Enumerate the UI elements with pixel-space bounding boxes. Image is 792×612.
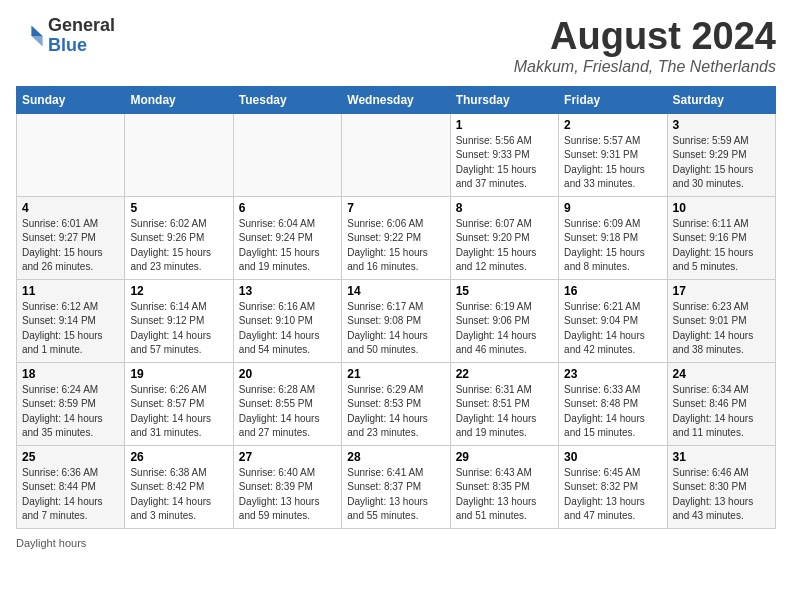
- day-info: Sunrise: 6:21 AMSunset: 9:04 PMDaylight:…: [564, 300, 661, 358]
- calendar-cell: 7Sunrise: 6:06 AMSunset: 9:22 PMDaylight…: [342, 196, 450, 279]
- calendar-cell: 22Sunrise: 6:31 AMSunset: 8:51 PMDayligh…: [450, 362, 558, 445]
- day-info: Sunrise: 5:59 AMSunset: 9:29 PMDaylight:…: [673, 134, 770, 192]
- day-number: 5: [130, 201, 227, 215]
- calendar-table: SundayMondayTuesdayWednesdayThursdayFrid…: [16, 86, 776, 529]
- day-info: Sunrise: 6:07 AMSunset: 9:20 PMDaylight:…: [456, 217, 553, 275]
- calendar-cell: 23Sunrise: 6:33 AMSunset: 8:48 PMDayligh…: [559, 362, 667, 445]
- day-info: Sunrise: 6:38 AMSunset: 8:42 PMDaylight:…: [130, 466, 227, 524]
- calendar-cell: [125, 113, 233, 196]
- header: General Blue August 2024 Makkum, Friesla…: [16, 16, 776, 76]
- day-number: 18: [22, 367, 119, 381]
- calendar-cell: 9Sunrise: 6:09 AMSunset: 9:18 PMDaylight…: [559, 196, 667, 279]
- day-info: Sunrise: 6:23 AMSunset: 9:01 PMDaylight:…: [673, 300, 770, 358]
- calendar-cell: 10Sunrise: 6:11 AMSunset: 9:16 PMDayligh…: [667, 196, 775, 279]
- day-info: Sunrise: 6:45 AMSunset: 8:32 PMDaylight:…: [564, 466, 661, 524]
- day-info: Sunrise: 6:26 AMSunset: 8:57 PMDaylight:…: [130, 383, 227, 441]
- day-info: Sunrise: 6:36 AMSunset: 8:44 PMDaylight:…: [22, 466, 119, 524]
- calendar-cell: [342, 113, 450, 196]
- day-number: 19: [130, 367, 227, 381]
- day-info: Sunrise: 6:41 AMSunset: 8:37 PMDaylight:…: [347, 466, 444, 524]
- calendar-cell: 30Sunrise: 6:45 AMSunset: 8:32 PMDayligh…: [559, 445, 667, 528]
- calendar-cell: 19Sunrise: 6:26 AMSunset: 8:57 PMDayligh…: [125, 362, 233, 445]
- day-info: Sunrise: 6:43 AMSunset: 8:35 PMDaylight:…: [456, 466, 553, 524]
- calendar-cell: 17Sunrise: 6:23 AMSunset: 9:01 PMDayligh…: [667, 279, 775, 362]
- logo-icon: [16, 22, 44, 50]
- day-number: 11: [22, 284, 119, 298]
- day-number: 4: [22, 201, 119, 215]
- day-info: Sunrise: 6:29 AMSunset: 8:53 PMDaylight:…: [347, 383, 444, 441]
- day-info: Sunrise: 6:31 AMSunset: 8:51 PMDaylight:…: [456, 383, 553, 441]
- day-number: 21: [347, 367, 444, 381]
- calendar-cell: 28Sunrise: 6:41 AMSunset: 8:37 PMDayligh…: [342, 445, 450, 528]
- calendar-cell: 2Sunrise: 5:57 AMSunset: 9:31 PMDaylight…: [559, 113, 667, 196]
- logo: General Blue: [16, 16, 115, 56]
- day-info: Sunrise: 5:56 AMSunset: 9:33 PMDaylight:…: [456, 134, 553, 192]
- weekday-header-thursday: Thursday: [450, 86, 558, 113]
- day-info: Sunrise: 6:24 AMSunset: 8:59 PMDaylight:…: [22, 383, 119, 441]
- calendar-cell: 11Sunrise: 6:12 AMSunset: 9:14 PMDayligh…: [17, 279, 125, 362]
- calendar-cell: 14Sunrise: 6:17 AMSunset: 9:08 PMDayligh…: [342, 279, 450, 362]
- day-number: 29: [456, 450, 553, 464]
- day-number: 28: [347, 450, 444, 464]
- logo-text: General Blue: [48, 16, 115, 56]
- day-number: 24: [673, 367, 770, 381]
- day-info: Sunrise: 6:46 AMSunset: 8:30 PMDaylight:…: [673, 466, 770, 524]
- day-number: 7: [347, 201, 444, 215]
- calendar-cell: 26Sunrise: 6:38 AMSunset: 8:42 PMDayligh…: [125, 445, 233, 528]
- calendar-cell: 27Sunrise: 6:40 AMSunset: 8:39 PMDayligh…: [233, 445, 341, 528]
- day-number: 16: [564, 284, 661, 298]
- day-info: Sunrise: 6:12 AMSunset: 9:14 PMDaylight:…: [22, 300, 119, 358]
- day-info: Sunrise: 6:01 AMSunset: 9:27 PMDaylight:…: [22, 217, 119, 275]
- calendar-cell: 5Sunrise: 6:02 AMSunset: 9:26 PMDaylight…: [125, 196, 233, 279]
- weekday-header-saturday: Saturday: [667, 86, 775, 113]
- day-info: Sunrise: 6:09 AMSunset: 9:18 PMDaylight:…: [564, 217, 661, 275]
- day-number: 17: [673, 284, 770, 298]
- day-number: 13: [239, 284, 336, 298]
- calendar-cell: 20Sunrise: 6:28 AMSunset: 8:55 PMDayligh…: [233, 362, 341, 445]
- weekday-header-wednesday: Wednesday: [342, 86, 450, 113]
- day-info: Sunrise: 6:16 AMSunset: 9:10 PMDaylight:…: [239, 300, 336, 358]
- day-info: Sunrise: 6:02 AMSunset: 9:26 PMDaylight:…: [130, 217, 227, 275]
- footer-note: Daylight hours: [16, 537, 776, 549]
- calendar-cell: 18Sunrise: 6:24 AMSunset: 8:59 PMDayligh…: [17, 362, 125, 445]
- day-number: 20: [239, 367, 336, 381]
- calendar-cell: 12Sunrise: 6:14 AMSunset: 9:12 PMDayligh…: [125, 279, 233, 362]
- day-info: Sunrise: 6:28 AMSunset: 8:55 PMDaylight:…: [239, 383, 336, 441]
- day-info: Sunrise: 6:40 AMSunset: 8:39 PMDaylight:…: [239, 466, 336, 524]
- day-number: 15: [456, 284, 553, 298]
- weekday-header-friday: Friday: [559, 86, 667, 113]
- calendar-cell: 24Sunrise: 6:34 AMSunset: 8:46 PMDayligh…: [667, 362, 775, 445]
- calendar-title: August 2024: [514, 16, 776, 58]
- day-info: Sunrise: 6:11 AMSunset: 9:16 PMDaylight:…: [673, 217, 770, 275]
- day-number: 23: [564, 367, 661, 381]
- day-info: Sunrise: 6:14 AMSunset: 9:12 PMDaylight:…: [130, 300, 227, 358]
- day-number: 25: [22, 450, 119, 464]
- calendar-cell: 6Sunrise: 6:04 AMSunset: 9:24 PMDaylight…: [233, 196, 341, 279]
- weekday-header-tuesday: Tuesday: [233, 86, 341, 113]
- calendar-cell: [17, 113, 125, 196]
- day-number: 8: [456, 201, 553, 215]
- calendar-cell: 3Sunrise: 5:59 AMSunset: 9:29 PMDaylight…: [667, 113, 775, 196]
- weekday-header-monday: Monday: [125, 86, 233, 113]
- calendar-cell: 25Sunrise: 6:36 AMSunset: 8:44 PMDayligh…: [17, 445, 125, 528]
- day-number: 27: [239, 450, 336, 464]
- day-number: 26: [130, 450, 227, 464]
- calendar-cell: 31Sunrise: 6:46 AMSunset: 8:30 PMDayligh…: [667, 445, 775, 528]
- day-number: 14: [347, 284, 444, 298]
- calendar-cell: 8Sunrise: 6:07 AMSunset: 9:20 PMDaylight…: [450, 196, 558, 279]
- day-info: Sunrise: 6:34 AMSunset: 8:46 PMDaylight:…: [673, 383, 770, 441]
- logo-general-text: General: [48, 15, 115, 35]
- calendar-cell: 13Sunrise: 6:16 AMSunset: 9:10 PMDayligh…: [233, 279, 341, 362]
- calendar-cell: 1Sunrise: 5:56 AMSunset: 9:33 PMDaylight…: [450, 113, 558, 196]
- day-number: 22: [456, 367, 553, 381]
- calendar-cell: [233, 113, 341, 196]
- day-info: Sunrise: 6:17 AMSunset: 9:08 PMDaylight:…: [347, 300, 444, 358]
- day-info: Sunrise: 6:06 AMSunset: 9:22 PMDaylight:…: [347, 217, 444, 275]
- day-number: 31: [673, 450, 770, 464]
- title-section: August 2024 Makkum, Friesland, The Nethe…: [514, 16, 776, 76]
- calendar-subtitle: Makkum, Friesland, The Netherlands: [514, 58, 776, 76]
- calendar-cell: 29Sunrise: 6:43 AMSunset: 8:35 PMDayligh…: [450, 445, 558, 528]
- day-number: 30: [564, 450, 661, 464]
- day-number: 6: [239, 201, 336, 215]
- day-info: Sunrise: 6:04 AMSunset: 9:24 PMDaylight:…: [239, 217, 336, 275]
